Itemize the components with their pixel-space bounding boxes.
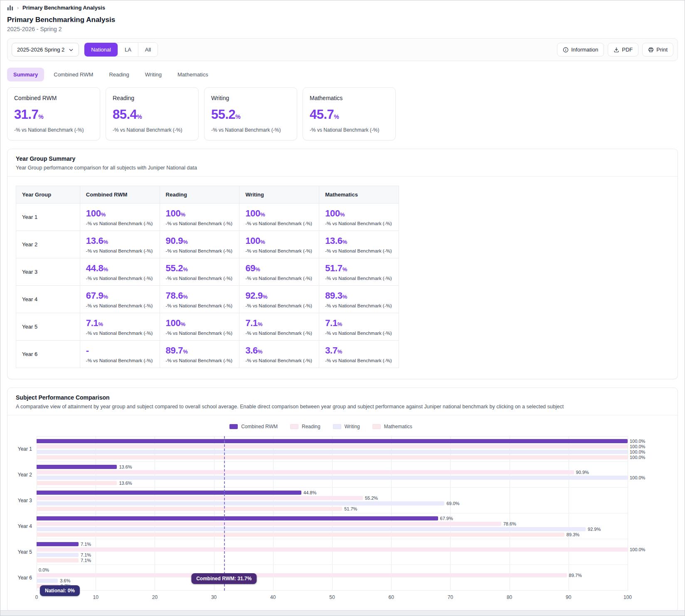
chart-x-axis: 0102030405060708090100	[37, 594, 628, 604]
year-group-cell: Year 6	[16, 341, 80, 368]
breadcrumb-current[interactable]: Primary Benchmarking Analysis	[22, 5, 105, 11]
value-cell: 92.9%-% vs National Benchmark (-%)	[239, 286, 319, 313]
bar-row-year-4-combined-rwm: 67.9%	[37, 515, 628, 521]
cell-benchmark-note: -% vs National Benchmark (-%)	[325, 358, 393, 363]
print-button[interactable]: Print	[642, 43, 673, 56]
tab-reading[interactable]: Reading	[103, 68, 135, 81]
value-cell: 100%-% vs National Benchmark (-%)	[80, 204, 160, 231]
bar-value-label: 0.0%	[39, 567, 49, 572]
bar-combined-rwm[interactable]	[37, 491, 301, 495]
summary-card-unit: %	[235, 113, 240, 120]
bar-row-year-5-mathematics: 7.1%	[37, 557, 628, 563]
bar-mathematics[interactable]	[37, 558, 79, 562]
bar-writing[interactable]	[37, 476, 628, 480]
legend-item-mathematics[interactable]: Mathematics	[372, 424, 412, 429]
y-axis-label-year-2: Year 2	[14, 462, 37, 488]
table-row-year-3: Year 344.8%-% vs National Benchmark (-%)…	[16, 258, 399, 286]
bar-combined-rwm[interactable]	[37, 542, 79, 546]
table-row-year-2: Year 213.6%-% vs National Benchmark (-%)…	[16, 231, 399, 258]
bar-writing[interactable]	[37, 450, 628, 454]
bar-value-label: 13.6%	[119, 481, 132, 486]
bar-row-year-3-reading: 55.2%	[37, 495, 628, 501]
bar-group-year-4: 67.9%78.6%92.9%89.3%	[37, 513, 628, 539]
scope-national[interactable]: National	[84, 43, 118, 56]
legend-item-reading[interactable]: Reading	[290, 424, 320, 429]
bar-value-label: 100.0%	[630, 449, 645, 454]
value-cell: 7.1%-% vs National Benchmark (-%)	[319, 313, 399, 341]
year-group-summary-subtitle: Year Group performance comparison for al…	[16, 165, 669, 171]
summary-card-value: 45.7%	[310, 107, 389, 122]
summary-card-value: 31.7%	[14, 107, 93, 122]
bar-row-year-5-reading: 100.0%	[37, 547, 628, 552]
pdf-button[interactable]: PDF	[608, 43, 638, 56]
cell-value: 92.9%	[245, 290, 313, 301]
legend-swatch-combined-rwm	[229, 424, 238, 429]
bar-reading[interactable]	[37, 470, 574, 474]
cell-benchmark-note: -% vs National Benchmark (-%)	[86, 331, 154, 336]
summary-card-value: 85.4%	[113, 107, 192, 122]
page-bottom-strip	[0, 610, 685, 616]
bar-writing[interactable]	[37, 501, 444, 506]
summary-card-label: Combined RWM	[14, 95, 93, 101]
x-tick-60: 60	[389, 594, 394, 600]
bar-combined-rwm[interactable]	[37, 465, 117, 469]
year-group-summary-title: Year Group Summary	[16, 155, 669, 162]
table-row-year-1: Year 1100%-% vs National Benchmark (-%)1…	[16, 204, 399, 231]
information-button[interactable]: Information	[557, 43, 604, 56]
bar-mathematics[interactable]	[37, 481, 117, 485]
bar-reading[interactable]	[37, 522, 501, 526]
cell-value-unit: %	[255, 266, 260, 272]
tab-writing[interactable]: Writing	[139, 68, 168, 81]
scope-all[interactable]: All	[138, 43, 158, 56]
value-cell: 51.7%-% vs National Benchmark (-%)	[319, 258, 399, 286]
cell-value: -	[86, 345, 154, 356]
legend-item-combined-rwm[interactable]: Combined RWM	[229, 424, 278, 429]
tab-summary[interactable]: Summary	[7, 68, 44, 81]
cell-benchmark-note: -% vs National Benchmark (-%)	[166, 331, 234, 336]
cell-value-unit: %	[101, 211, 106, 218]
bar-combined-rwm[interactable]	[37, 516, 438, 520]
bar-writing[interactable]	[37, 553, 79, 557]
reference-badge-school-average[interactable]: Combined RWM: 31.7%	[191, 573, 256, 584]
bar-reading[interactable]	[37, 573, 567, 577]
cell-value: 7.1%	[245, 318, 313, 329]
chart-y-labels: Year 1Year 2Year 3Year 4Year 5Year 6	[14, 436, 37, 591]
chart-plot: 100.0%100.0%100.0%100.0%13.6%90.9%100.0%…	[37, 436, 628, 591]
bar-writing[interactable]	[37, 579, 58, 583]
value-cell: 78.6%-% vs National Benchmark (-%)	[160, 286, 239, 313]
value-cell: --% vs National Benchmark (-%)	[80, 341, 160, 368]
bar-row-year-6-writing: 3.6%	[37, 578, 628, 583]
bar-reading[interactable]	[37, 547, 628, 552]
legend-label: Reading	[302, 424, 320, 429]
bar-writing[interactable]	[37, 527, 586, 531]
reference-badge-national[interactable]: National: 0%	[40, 585, 80, 596]
chart-legend: Combined RWMReadingWritingMathematics	[14, 420, 628, 436]
bar-mathematics[interactable]	[37, 507, 342, 511]
breadcrumb: › Primary Benchmarking Analysis	[0, 0, 685, 12]
cell-value-unit: %	[338, 348, 342, 355]
year-group-cell: Year 3	[16, 258, 80, 286]
bar-row-year-3-mathematics: 51.7%	[37, 506, 628, 511]
year-group-cell: Year 2	[16, 231, 80, 258]
tab-combined-rwm[interactable]: Combined RWM	[47, 68, 99, 81]
scope-la[interactable]: LA	[118, 43, 138, 56]
cell-value-unit: %	[340, 211, 345, 218]
pdf-button-label: PDF	[622, 47, 633, 53]
tab-mathematics[interactable]: Mathematics	[171, 68, 214, 81]
cell-value: 100%	[86, 208, 154, 219]
bar-value-label: 3.6%	[60, 578, 70, 583]
bar-reading[interactable]	[37, 444, 628, 449]
table-row-year-6: Year 6--% vs National Benchmark (-%)89.7…	[16, 341, 399, 368]
bar-mathematics[interactable]	[37, 455, 628, 459]
cell-benchmark-note: -% vs National Benchmark (-%)	[245, 221, 313, 226]
bar-value-label: 89.3%	[567, 532, 579, 537]
cell-value-unit: %	[99, 321, 103, 327]
bar-mathematics[interactable]	[37, 533, 564, 537]
bar-row-year-2-writing: 100.0%	[37, 475, 628, 480]
term-dropdown[interactable]: 2025-2026 Spring 2	[12, 43, 79, 56]
legend-item-writing[interactable]: Writing	[333, 424, 360, 429]
bar-combined-rwm[interactable]	[37, 439, 628, 443]
bar-value-label: 100.0%	[630, 547, 645, 552]
filter-bar: 2025-2026 Spring 2 NationalLAAll Informa…	[7, 38, 678, 61]
bar-reading[interactable]	[37, 496, 363, 500]
